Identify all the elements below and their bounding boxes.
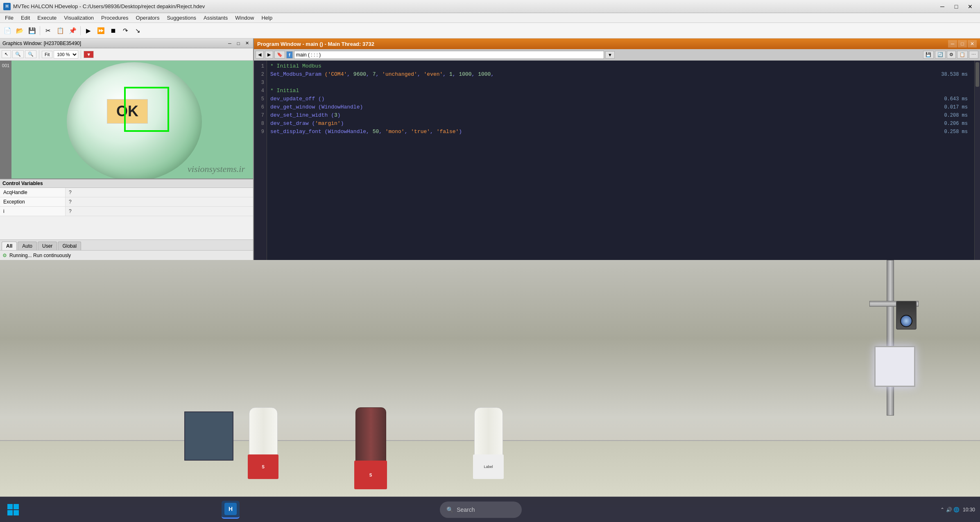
cv-row-acqhandle: AcqHandle ? xyxy=(0,188,253,197)
running-icon: ⚙ xyxy=(2,253,7,258)
prog-refresh-btn[interactable]: 🔄 xyxy=(935,51,946,59)
cv-table: AcqHandle ? Exception ? i ? xyxy=(0,188,253,240)
bottle-2: S xyxy=(352,407,389,497)
open-button[interactable]: 📂 xyxy=(14,25,25,36)
zoom-out-tool[interactable]: 🔍 xyxy=(25,50,36,58)
menu-item-suggestions[interactable]: Suggestions xyxy=(163,14,199,22)
menu-item-assistants[interactable]: Assistants xyxy=(200,14,231,22)
prog-func-selector[interactable]: main ( : : : ) xyxy=(294,51,604,59)
prog-copy-btn[interactable]: 📋 xyxy=(957,51,968,59)
menu-item-procedures[interactable]: Procedures xyxy=(98,14,131,22)
paste-button[interactable]: 📌 xyxy=(67,25,78,36)
watermark: visionsystems.ir xyxy=(188,164,245,174)
camera-feed-pane: S S Label xyxy=(0,260,980,522)
search-box[interactable]: 🔍 Search xyxy=(440,502,522,518)
graphics-minimize-btn[interactable]: ─ xyxy=(226,40,233,47)
minimize-button[interactable]: ─ xyxy=(936,2,949,11)
menu-item-edit[interactable]: Edit xyxy=(18,14,33,22)
prog-toolbar: ◀ ▶ 🔖 f main ( : : : ) ▼ 💾 🔄 ⚙ 📋 ⋯ xyxy=(254,49,980,61)
industrial-component xyxy=(184,411,233,461)
bottle-2-body xyxy=(355,407,386,469)
start-button[interactable] xyxy=(5,502,21,518)
code-line-9: set_display_font (WindowHandle, 50, 'mon… xyxy=(270,128,971,136)
svg-rect-3 xyxy=(14,510,19,515)
menu-item-file[interactable]: File xyxy=(2,14,17,22)
prog-title: Program Window - main () - Main Thread: … xyxy=(257,41,374,47)
step-into-button[interactable]: ↘ xyxy=(132,25,143,36)
close-button[interactable]: ✕ xyxy=(964,2,977,11)
run-continuous-button[interactable]: ⏩ xyxy=(95,25,106,36)
prog-bookmark-btn[interactable]: 🔖 xyxy=(274,51,285,59)
prog-close-btn[interactable]: ✕ xyxy=(968,40,977,47)
menu-item-execute[interactable]: Execute xyxy=(34,14,60,22)
camera-feed-image: S S Label xyxy=(0,260,980,522)
code-text-4: * Initial xyxy=(270,87,299,95)
prog-dropdown-btn[interactable]: ▼ xyxy=(605,51,615,59)
clock: 10:30 xyxy=(963,507,975,513)
code-text-1: * Initial Modbus xyxy=(270,62,321,70)
camera-head xyxy=(896,301,917,330)
cv-tab-auto[interactable]: Auto xyxy=(18,242,37,250)
prog-maximize-btn[interactable]: □ xyxy=(958,40,967,47)
code-timing-6: 0.017 ms xyxy=(944,103,971,111)
new-button[interactable]: 📄 xyxy=(2,25,13,36)
cv-name-acqhandle: AcqHandle xyxy=(0,188,66,197)
graphics-maximize-btn[interactable]: □ xyxy=(235,40,242,47)
search-text: Search xyxy=(457,506,475,513)
menu-item-visualization[interactable]: Visualization xyxy=(61,14,97,22)
color-picker[interactable]: ▼ xyxy=(84,51,94,58)
zoom-in-tool[interactable]: 🔍 xyxy=(12,50,24,58)
svg-rect-1 xyxy=(14,504,19,509)
menu-bar: FileEditExecuteVisualizationProceduresOp… xyxy=(0,13,980,23)
cv-name-i: i xyxy=(0,207,66,216)
zoom-select[interactable]: 100 % 50 % 200 % xyxy=(54,50,78,59)
bottle-1-label: S xyxy=(248,454,278,479)
step-over-button[interactable]: ↷ xyxy=(120,25,131,36)
fit-button[interactable]: Fit xyxy=(42,51,52,58)
bottle-1: S xyxy=(246,407,281,489)
cv-tab-global[interactable]: Global xyxy=(58,242,81,250)
menu-item-operators[interactable]: Operators xyxy=(133,14,163,22)
maximize-button[interactable]: □ xyxy=(950,2,963,11)
bottle-2-label: S xyxy=(354,461,387,489)
code-timing-2: 38.538 ms xyxy=(941,70,971,79)
scroll-thumb[interactable] xyxy=(975,62,979,87)
prog-more-btn[interactable]: ⋯ xyxy=(969,51,978,59)
camera-lens xyxy=(900,315,912,327)
code-content: * Initial Modbus Set_Modbus_Param ('COM4… xyxy=(267,61,974,260)
code-text-6: dev_get_window (WindowHandle) xyxy=(270,103,363,111)
graphics-close-btn[interactable]: ✕ xyxy=(243,40,251,47)
prog-save-btn[interactable]: 💾 xyxy=(923,51,934,59)
line-num-indicator: 001 xyxy=(2,63,9,68)
title-bar: H MVTec HALCON HDevelop - C:/Users/98936… xyxy=(0,0,980,13)
prog-forward-btn[interactable]: ▶ xyxy=(265,51,273,59)
taskbar-app-halcon[interactable]: H xyxy=(222,501,240,519)
title-bar-left: H MVTec HALCON HDevelop - C:/Users/98936… xyxy=(3,3,205,10)
scrollbar[interactable] xyxy=(974,61,980,260)
prog-minimize-btn[interactable]: ─ xyxy=(948,40,957,47)
run-button[interactable]: ▶ xyxy=(83,25,94,36)
cv-tab-user[interactable]: User xyxy=(38,242,57,250)
pointer-tool[interactable]: ↖ xyxy=(2,50,11,58)
menu-item-help[interactable]: Help xyxy=(258,14,276,22)
prog-back-btn[interactable]: ◀ xyxy=(256,51,264,59)
code-area: 1 2 3 4 5 6 7 8 9 * Initial Modbus Set_M… xyxy=(254,61,980,260)
prog-titlebar: Program Window - main () - Main Thread: … xyxy=(254,38,980,49)
system-tray: ⌃ 🔊 🌐 10:30 xyxy=(940,507,975,513)
left-panel: Graphics Window: [H2370BE35490] ─ □ ✕ ↖ … xyxy=(0,38,254,260)
code-text-3 xyxy=(270,79,274,87)
taskbar-apps: H xyxy=(25,501,437,519)
copy-button[interactable]: 📋 xyxy=(54,25,66,36)
status-bar-left: ⚙ Running... Run continuously xyxy=(0,250,253,260)
save-button[interactable]: 💾 xyxy=(26,25,38,36)
code-line-1: * Initial Modbus xyxy=(270,62,971,70)
prog-settings-btn[interactable]: ⚙ xyxy=(947,51,956,59)
app-icon: H xyxy=(3,3,11,10)
stop-button[interactable]: ⏹ xyxy=(107,25,119,36)
cut-button[interactable]: ✂ xyxy=(42,25,54,36)
cv-tab-all[interactable]: All xyxy=(2,242,17,250)
cv-value-exception: ? xyxy=(66,197,75,206)
code-text-7: dev_set_line_width (3) xyxy=(270,111,341,120)
cv-title: Control Variables xyxy=(0,179,253,188)
menu-item-window[interactable]: Window xyxy=(232,14,257,22)
